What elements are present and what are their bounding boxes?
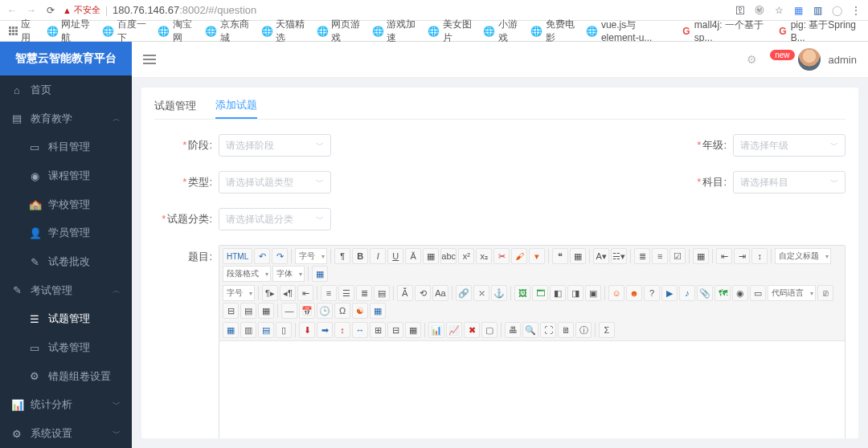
url-display[interactable]: 180.76.146.67:8002/#/question [113, 4, 728, 16]
quote-icon[interactable]: ❝ [552, 248, 568, 264]
mergeright-icon[interactable]: ➡ [317, 322, 333, 338]
bg-icon[interactable]: ▦ [258, 303, 274, 319]
bold-icon[interactable]: B [352, 248, 368, 264]
fontfamily-select[interactable]: 字体 [272, 266, 305, 282]
outdent-icon[interactable]: ⇥ [734, 248, 750, 264]
indent-icon[interactable]: ⇤ [716, 248, 732, 264]
delcol-icon[interactable]: ▯ [276, 322, 292, 338]
delrow-icon[interactable]: ▤ [258, 322, 274, 338]
translate-icon[interactable]: ㊙ [752, 3, 767, 17]
attach-icon[interactable]: 📎 [697, 285, 713, 301]
fullscreen-icon[interactable]: ⛶ [540, 322, 556, 338]
category-select[interactable]: 请选择试题分类﹀ [219, 208, 331, 230]
ltr-icon[interactable]: ¶▸ [262, 285, 278, 301]
time-icon[interactable]: 🕒 [317, 303, 333, 319]
datetime-icon[interactable]: 📅 [299, 303, 315, 319]
fontbg-icon[interactable]: ▦ [423, 248, 439, 264]
mergedown-icon[interactable]: ⬇ [299, 322, 315, 338]
draft-icon[interactable]: 🗎 [558, 322, 574, 338]
apps-button[interactable]: 应用 [5, 18, 39, 45]
formula-icon[interactable]: Σ [599, 322, 615, 338]
image-icon[interactable]: 🖼 [514, 285, 530, 301]
nav-forward-icon[interactable]: → [24, 5, 39, 16]
chart2-icon[interactable]: 📈 [446, 322, 462, 338]
emoji2-icon[interactable]: ☻ [626, 285, 642, 301]
bookmark-item[interactable]: 🌐vue.js与element-u... [583, 18, 674, 43]
sidebar-item-wrongset[interactable]: ⚙错题组卷设置 [0, 362, 132, 391]
bookmark-item[interactable]: 🌐网页游戏 [313, 18, 365, 45]
cut-icon[interactable]: ✂ [493, 248, 510, 264]
html-button[interactable]: HTML [223, 248, 252, 264]
star-icon[interactable]: ☆ [772, 5, 786, 16]
special3-icon[interactable]: ▦ [370, 303, 386, 319]
sidebar-item-student[interactable]: 👤学员管理 [0, 219, 132, 248]
split-icon[interactable]: ↔ [352, 322, 368, 338]
tableprop-icon[interactable]: ▦ [405, 322, 421, 338]
sidebar-item-grading[interactable]: ✎试卷批改 [0, 247, 132, 276]
stem-editor-body[interactable] [219, 341, 845, 438]
customstyle-select[interactable]: 自定义标题 [775, 248, 831, 264]
bookmark-item[interactable]: 🌐美女图片 [424, 18, 477, 45]
avatar[interactable] [798, 48, 821, 71]
merge-icon[interactable]: ↕ [334, 322, 350, 338]
preview-icon[interactable]: 🔍 [522, 322, 538, 338]
tableborder-icon[interactable]: ▢ [481, 322, 497, 338]
bookmark-item[interactable]: 🌐天猫精选 [257, 18, 309, 45]
superscript-icon[interactable]: x² [458, 248, 474, 264]
sidebar-item-course[interactable]: ◉课程管理 [0, 161, 132, 190]
bookmark-item[interactable]: 🌐免费电影 [527, 18, 579, 45]
hamburger-icon[interactable] [143, 55, 156, 64]
brush-icon[interactable]: 🖌 [511, 248, 527, 264]
italic-icon[interactable]: I [370, 248, 386, 264]
table-icon[interactable]: ▦ [693, 248, 709, 264]
bookmark-item[interactable]: 🌐小游戏 [480, 18, 524, 45]
hr-icon[interactable]: — [281, 303, 297, 319]
sidebar-item-subject[interactable]: ▭科目管理 [0, 133, 132, 162]
undo-icon[interactable]: ↶ [254, 248, 270, 264]
tab-manage[interactable]: 试题管理 [154, 92, 196, 119]
paragraph-icon[interactable]: ¶ [334, 248, 350, 264]
code-icon[interactable]: ▦ [570, 248, 586, 264]
codeblock-icon[interactable]: ⎚ [817, 285, 833, 301]
redo-icon[interactable]: ↷ [272, 248, 288, 264]
sidebar-item-paper[interactable]: ▭试卷管理 [0, 333, 132, 362]
stage-select[interactable]: 请选择阶段﹀ [219, 134, 331, 157]
imgcenter-icon[interactable]: ▣ [585, 285, 601, 301]
username-label[interactable]: admin [829, 54, 857, 66]
type-select[interactable]: 请选择试题类型﹀ [219, 171, 331, 193]
codelang-select[interactable]: 代码语言 [768, 285, 816, 301]
rtl-icon[interactable]: ◂¶ [280, 285, 296, 301]
bookmark-item[interactable]: Gmall4j: 一个基于sp... [678, 18, 771, 43]
case-icon[interactable]: Aa [432, 285, 448, 301]
alignj-icon[interactable]: ▤ [374, 285, 390, 301]
bookmark-item[interactable]: 🌐游戏加速 [368, 18, 420, 45]
sidebar-group-stats[interactable]: 📊统计分析﹀ [0, 391, 132, 420]
tab-add[interactable]: 添加试题 [215, 92, 257, 119]
insertcol-icon[interactable]: ▥ [240, 322, 256, 338]
find-icon[interactable]: Ӑ [397, 285, 413, 301]
fontcase-icon[interactable]: Ă [405, 248, 421, 264]
sidebar-group-exam[interactable]: ✎考试管理︿ [0, 276, 132, 305]
linespacing-icon[interactable]: ↕ [751, 248, 768, 264]
bookmark-item[interactable]: 🌐百度一下 [99, 18, 151, 45]
audio-icon[interactable]: ♪ [679, 285, 695, 301]
subject-select[interactable]: 请选择科目﹀ [733, 171, 845, 193]
special1-icon[interactable]: Ω [334, 303, 350, 319]
iframe-icon[interactable]: ▭ [750, 285, 766, 301]
settings-icon[interactable]: ⚙ [747, 53, 757, 66]
bookmark-item[interactable]: 🌐淘宝网 [154, 18, 199, 45]
imgleft-icon[interactable]: ◧ [550, 285, 566, 301]
alignc-icon[interactable]: ☰ [338, 285, 354, 301]
unlink-icon[interactable]: ⤫ [473, 285, 489, 301]
grid-icon[interactable]: ▦ [312, 266, 328, 282]
subscript-icon[interactable]: x₂ [476, 248, 492, 264]
special2-icon[interactable]: ☯ [352, 303, 368, 319]
ext1-icon[interactable]: ▦ [791, 5, 805, 16]
strikethrough-icon[interactable]: abc [440, 248, 457, 264]
video-icon[interactable]: ▶ [661, 285, 678, 301]
ol-icon[interactable]: ≣ [634, 248, 650, 264]
alignl-icon[interactable]: ≡ [321, 285, 337, 301]
map-icon[interactable]: 🗺 [714, 285, 731, 301]
fontsize-select[interactable]: 字号 [295, 248, 327, 264]
print-icon[interactable]: 🖶 [505, 322, 521, 338]
